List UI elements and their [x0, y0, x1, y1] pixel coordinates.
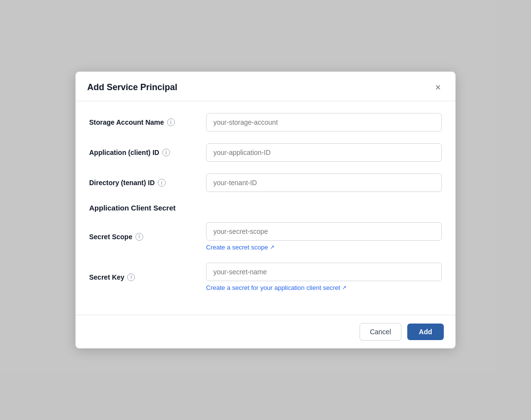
label-group-application-id: Application (client) ID i: [89, 149, 196, 156]
add-button[interactable]: Add: [407, 324, 444, 340]
link-text-create-secret-key: Create a secret for your application cli…: [206, 284, 340, 291]
label-secret-scope: Secret Scope: [89, 233, 133, 241]
link-text-create-secret-scope: Create a secret scope: [206, 244, 268, 251]
modal-body: Storage Account Name i Application (clie…: [76, 101, 455, 315]
info-icon-secret-scope[interactable]: i: [135, 233, 143, 241]
link-create-secret-key[interactable]: Create a secret for your application cli…: [206, 284, 442, 291]
info-icon-secret-key[interactable]: i: [127, 273, 135, 281]
form-row-storage-account: Storage Account Name i: [89, 113, 442, 132]
label-group-tenant-id: Directory (tenant) ID i: [89, 179, 196, 187]
form-row-secret-key: Secret Key i Create a secret for your ap…: [89, 263, 442, 291]
external-link-icon-key: ↗: [342, 285, 346, 291]
form-row-secret-scope: Secret Scope i Create a secret scope ↗: [89, 222, 442, 251]
label-application-id: Application (client) ID: [89, 149, 159, 156]
modal-footer: Cancel Add: [76, 315, 455, 348]
info-icon-application-id[interactable]: i: [162, 149, 170, 156]
label-group-storage-account: Storage Account Name i: [89, 118, 196, 126]
label-secret-key: Secret Key: [89, 273, 124, 281]
field-with-link-secret-key: Create a secret for your application cli…: [206, 263, 442, 291]
section-label-client-secret: Application Client Secret: [89, 204, 176, 212]
input-secret-scope[interactable]: [206, 222, 442, 241]
label-group-secret-key: Secret Key i: [89, 273, 196, 281]
section-divider: Application Client Secret: [89, 204, 442, 212]
form-row-tenant-id: Directory (tenant) ID i: [89, 173, 442, 192]
modal-dialog: Add Service Principal × Storage Account …: [76, 72, 455, 348]
label-storage-account: Storage Account Name: [89, 118, 164, 126]
form-row-application-id: Application (client) ID i: [89, 143, 442, 162]
input-application-id[interactable]: [206, 143, 442, 162]
modal-title: Add Service Principal: [87, 82, 177, 93]
modal-overlay: Add Service Principal × Storage Account …: [0, 0, 531, 420]
input-storage-account[interactable]: [206, 113, 442, 132]
input-tenant-id[interactable]: [206, 173, 442, 192]
label-group-secret-scope: Secret Scope i: [89, 233, 196, 241]
close-button[interactable]: ×: [432, 81, 444, 93]
info-icon-storage-account[interactable]: i: [167, 118, 175, 126]
field-with-link-secret-scope: Create a secret scope ↗: [206, 222, 442, 251]
cancel-button[interactable]: Cancel: [360, 323, 401, 341]
info-icon-tenant-id[interactable]: i: [158, 179, 166, 187]
external-link-icon-scope: ↗: [270, 244, 274, 250]
label-tenant-id: Directory (tenant) ID: [89, 179, 155, 187]
modal-header: Add Service Principal ×: [76, 72, 455, 101]
input-secret-key[interactable]: [206, 263, 442, 281]
link-create-secret-scope[interactable]: Create a secret scope ↗: [206, 244, 442, 251]
